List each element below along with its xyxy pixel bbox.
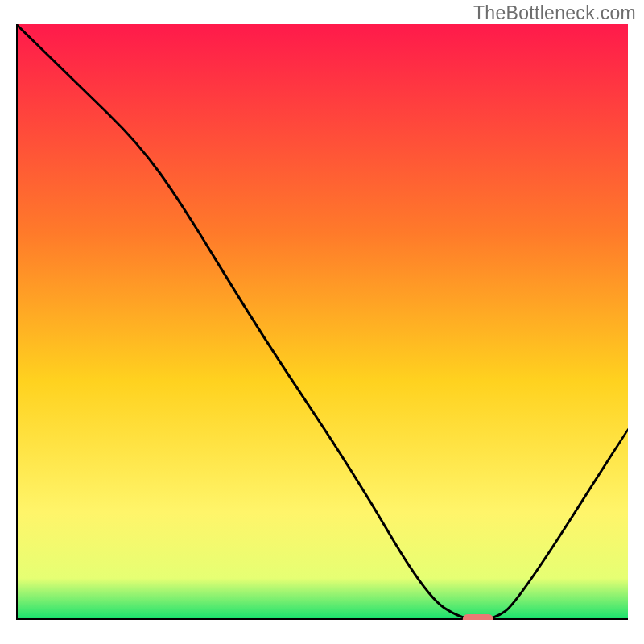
- watermark-text: TheBottleneck.com: [473, 2, 636, 24]
- chart-svg: [16, 24, 628, 620]
- chart-area: [16, 24, 628, 620]
- optimal-range-marker: [463, 614, 493, 620]
